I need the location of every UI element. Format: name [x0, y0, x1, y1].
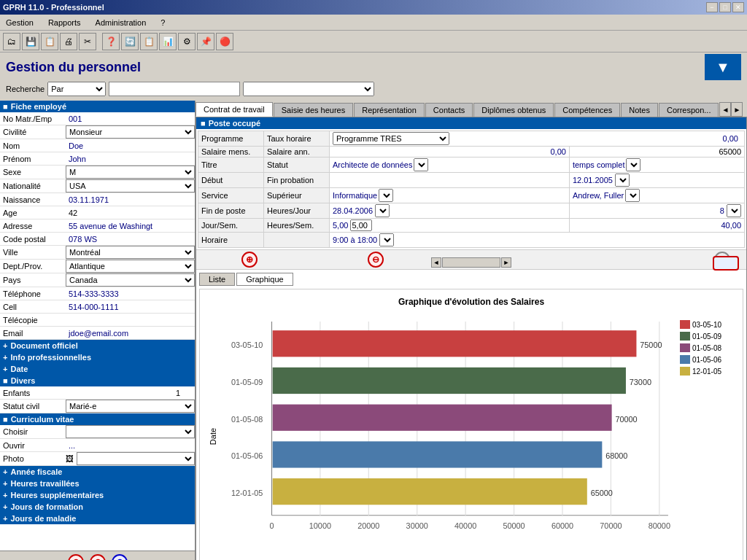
select-horaire[interactable]	[379, 233, 394, 246]
label-taux: Taux horaire	[264, 131, 330, 147]
toolbar-btn-4[interactable]: 🖨	[60, 33, 77, 50]
toolbar-btn-10[interactable]: ⚙	[178, 33, 196, 50]
tab-notes[interactable]: Notes	[621, 103, 658, 117]
label-heures-jour: Heures/Jour	[264, 203, 330, 219]
tab-representation[interactable]: Représentation	[354, 103, 425, 117]
value-cv-ouvrir[interactable]: ...	[66, 440, 195, 451]
document-officiel-header[interactable]: + Document officiel	[0, 340, 195, 351]
tab-saisie[interactable]: Saisie des heures	[274, 103, 353, 117]
toolbar-btn-11[interactable]: 📌	[197, 33, 214, 50]
search-input[interactable]	[109, 82, 240, 96]
info-pro-header[interactable]: + Info professionnelles	[0, 351, 195, 363]
nav-icon-button[interactable]: ▼	[705, 54, 741, 80]
nav-arrow-right[interactable]: ►	[501, 257, 511, 268]
tab-nav-right[interactable]: ►	[731, 102, 743, 117]
left-btn-plus[interactable]: ⊕	[112, 554, 128, 560]
search-filter-select[interactable]	[243, 82, 374, 96]
y-label-4: 01-05-06	[231, 451, 263, 460]
value-superieur: Andrew, Fuller	[569, 188, 744, 203]
field-nom: Nom Doe	[0, 139, 195, 152]
tab-nav-left[interactable]: ◄	[719, 102, 731, 117]
input-jour-sem[interactable]	[350, 219, 372, 231]
maximize-button[interactable]: □	[719, 2, 731, 12]
menu-rapports[interactable]: Rapports	[45, 17, 84, 28]
chart-tab-list[interactable]: Liste	[199, 273, 235, 286]
jours-formation-header[interactable]: + Jours de formation	[0, 501, 195, 513]
menu-administration[interactable]: Administration	[93, 17, 150, 28]
toolbar-btn-9[interactable]: 📊	[159, 33, 177, 50]
toolbar-btn-2[interactable]: 💾	[22, 33, 39, 50]
select-dept[interactable]: Atlantique	[66, 260, 195, 273]
toolbar-btn-8[interactable]: 📋	[140, 33, 158, 50]
select-fin-prob[interactable]	[615, 174, 630, 187]
section-expand-icon-7: +	[3, 479, 7, 488]
scroll-btn-red-2[interactable]: ⊖	[368, 252, 384, 268]
date-header[interactable]: + Date	[0, 363, 195, 375]
heures-supp-label: Heures supplémentaires	[10, 491, 104, 499]
heures-supp-header[interactable]: + Heures supplémentaires	[0, 489, 195, 501]
select-statut[interactable]	[626, 158, 640, 171]
legend-item-3: 01-05-08	[680, 343, 732, 352]
tab-competences[interactable]: Compétences	[554, 103, 620, 117]
legend-item-1: 03-05-10	[680, 320, 732, 329]
tab-diplomes[interactable]: Diplômes obtenus	[473, 103, 554, 117]
select-civilite[interactable]: Monsieur	[66, 125, 195, 139]
bar-label-5: 65000	[591, 489, 613, 497]
tab-contrat[interactable]: Contrat de travail	[196, 102, 273, 117]
select-hj[interactable]	[727, 204, 741, 217]
select-photo[interactable]	[77, 452, 195, 465]
tab-correspon[interactable]: Correspon...	[659, 103, 719, 117]
left-btn-minus-2[interactable]: ⊖	[90, 554, 106, 560]
nav-arrow-left[interactable]: ◄	[431, 257, 441, 268]
field-enfants: Enfants 1	[0, 386, 195, 400]
cv-header[interactable]: ■ Curriculum vitae	[0, 413, 195, 425]
close-button[interactable]: ✕	[732, 2, 744, 12]
chart-tab-graphique[interactable]: Graphique	[236, 273, 293, 286]
legend-label-4: 01-05-06	[692, 356, 721, 364]
scroll-track[interactable]	[442, 257, 500, 268]
label-fin-poste: Fin de poste	[198, 203, 264, 219]
toolbar-btn-3[interactable]: 📋	[41, 33, 58, 50]
toolbar-btn-6[interactable]: ❓	[102, 33, 120, 50]
legend-label-1: 03-05-10	[692, 321, 721, 329]
fiche-employe-header[interactable]: ■ Fiche employé	[0, 101, 195, 112]
photo-icon: 🖼	[66, 454, 74, 463]
label-matricule: No Matr./Emp	[0, 114, 66, 124]
heures-travaillees-header[interactable]: + Heures travaillées	[0, 478, 195, 489]
select-programme[interactable]: Programme TRES	[333, 132, 449, 145]
select-statut-civil[interactable]: Marié-e	[66, 400, 195, 413]
select-ville[interactable]: Montréal	[66, 246, 195, 259]
search-type-select[interactable]: Par	[47, 82, 106, 96]
minimize-button[interactable]: −	[706, 2, 718, 12]
tab-contacts[interactable]: Contacts	[425, 103, 473, 117]
menu-help[interactable]: ?	[158, 17, 168, 28]
toolbar-btn-7[interactable]: 🔄	[121, 33, 139, 50]
left-btn-minus-1[interactable]: ⊖	[68, 554, 84, 560]
annee-fiscale-header[interactable]: + Année fiscale	[0, 466, 195, 478]
field-naissance: Naissance 03.11.1971	[0, 193, 195, 206]
select-titre[interactable]	[414, 158, 428, 171]
chart-tabs: Liste Graphique	[199, 273, 743, 286]
label-salaire-mens: Salaire mens.	[198, 147, 264, 158]
select-fin-poste[interactable]	[375, 204, 390, 217]
label-horaire: Horaire	[198, 233, 264, 248]
select-cv-choisir[interactable]	[66, 425, 195, 438]
select-service[interactable]	[379, 189, 393, 202]
scroll-btn-red-1[interactable]: ⊕	[241, 252, 258, 268]
toolbar-btn-1[interactable]: 🗂	[3, 33, 20, 50]
bar-label-1: 75000	[640, 341, 662, 349]
toolbar-btn-12[interactable]: 🔴	[216, 33, 233, 50]
divers-header[interactable]: ■ Divers	[0, 375, 195, 386]
value-enfants: 1	[66, 388, 195, 398]
legend-label-5: 12-01-05	[692, 368, 721, 376]
jours-maladie-header[interactable]: + Jours de maladie	[0, 513, 195, 524]
select-nationalite[interactable]: USA	[66, 179, 195, 192]
label-email: Email	[0, 328, 66, 338]
menu-gestion[interactable]: Gestion	[3, 17, 36, 28]
select-sexe[interactable]: M	[66, 166, 195, 179]
label-debut: Début	[198, 173, 264, 188]
select-superieur[interactable]	[625, 189, 640, 202]
select-pays[interactable]: Canada	[66, 273, 195, 287]
label-empty	[264, 233, 330, 248]
toolbar-btn-5[interactable]: ✂	[79, 33, 96, 50]
